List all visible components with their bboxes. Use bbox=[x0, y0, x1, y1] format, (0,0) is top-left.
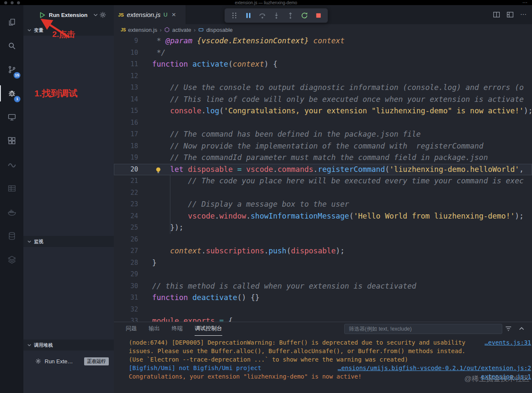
callstack-pane: Run Exte… 正在运行 bbox=[23, 351, 114, 393]
line-number: 30 bbox=[114, 281, 152, 292]
code-line-30[interactable]: 30// this method is called when your ext… bbox=[114, 281, 532, 292]
callstack-section-header[interactable]: 调用堆栈 bbox=[23, 340, 114, 351]
line-content: // The commandId parameter must match th… bbox=[152, 152, 532, 164]
console-text: issues. Please use the Buffer.alloc(), B… bbox=[129, 347, 531, 355]
tab-bar: JS extension.js U × ⋯ bbox=[114, 5, 532, 24]
pause-icon[interactable] bbox=[243, 10, 254, 21]
activity-item-layers[interactable] bbox=[0, 248, 23, 272]
layout-icon[interactable] bbox=[507, 11, 514, 18]
line-content: function deactivate() {} bbox=[152, 292, 532, 304]
session-label: Run Exte… bbox=[45, 358, 73, 365]
line-number: 22 bbox=[114, 187, 152, 199]
lightbulb-icon[interactable] bbox=[155, 166, 162, 173]
line-number: 13 bbox=[114, 82, 152, 94]
window-more-icon[interactable]: ⋯ bbox=[522, 0, 528, 5]
callstack-session-row[interactable]: Run Exte… 正在运行 bbox=[23, 356, 114, 367]
debug-config-dropdown-icon[interactable] bbox=[93, 12, 99, 18]
code-line-20[interactable]: 20 let disposable = vscode.commands.regi… bbox=[114, 164, 532, 176]
code-line-12[interactable]: 12 bbox=[114, 70, 532, 82]
panel-tab-调试控制台[interactable]: 调试控制台 bbox=[195, 322, 222, 336]
line-number: 9 bbox=[114, 35, 152, 47]
line-number: 12 bbox=[114, 70, 152, 82]
activity-item-database[interactable] bbox=[0, 224, 23, 248]
activity-item-extensions[interactable] bbox=[0, 129, 23, 153]
code-line-10[interactable]: 10 */ bbox=[114, 47, 532, 59]
chevron-down-icon bbox=[27, 28, 32, 33]
code-line-26[interactable]: 26 bbox=[114, 234, 532, 246]
close-tab-icon[interactable]: × bbox=[172, 11, 176, 18]
line-content bbox=[152, 187, 532, 199]
breadcrumb-item-activate[interactable]: activate bbox=[164, 27, 191, 33]
debug-settings-gear-icon[interactable] bbox=[99, 11, 106, 18]
code-line-17[interactable]: 17 // The command has been defined in th… bbox=[114, 129, 532, 140]
code-line-9[interactable]: 9 * @param {vscode.ExtensionContext} con… bbox=[114, 35, 532, 47]
activity-item-run-and-debug[interactable]: 1 bbox=[0, 81, 23, 105]
split-editor-icon[interactable] bbox=[493, 11, 500, 18]
code-line-25[interactable]: 25 }); bbox=[114, 222, 532, 234]
line-content: } bbox=[152, 257, 532, 269]
annotation-step1: 1.找到调试 bbox=[34, 87, 78, 99]
line-content: module.exports = { bbox=[152, 315, 532, 322]
code-line-15[interactable]: 15 console.log('Congratulations, your ex… bbox=[114, 105, 532, 117]
line-number: 24 bbox=[114, 211, 152, 222]
code-line-31[interactable]: 31function deactivate() {} bbox=[114, 292, 532, 304]
line-number: 26 bbox=[114, 234, 152, 246]
activity-item-explorer[interactable] bbox=[0, 10, 23, 34]
code-editor[interactable]: 9 * @param {vscode.ExtensionContext} con… bbox=[114, 35, 532, 322]
step-out-icon[interactable] bbox=[285, 10, 296, 21]
step-into-icon[interactable] bbox=[271, 10, 282, 21]
code-line-11[interactable]: 11function activate(context) { bbox=[114, 59, 532, 70]
panel-tab-输出[interactable]: 输出 bbox=[149, 322, 160, 336]
restart-icon[interactable] bbox=[299, 10, 310, 21]
maximize-panel-icon[interactable] bbox=[518, 325, 525, 332]
watch-section-header[interactable]: 监视 bbox=[23, 236, 114, 247]
breadcrumb-item-disposable[interactable]: disposable bbox=[198, 27, 232, 33]
vscode-window: extension.js — liuzhenxing-demo ⋯ 151 Ru… bbox=[0, 0, 532, 393]
activity-item-extension-table[interactable] bbox=[0, 177, 23, 200]
console-filter-input[interactable] bbox=[348, 326, 498, 332]
code-line-32[interactable]: 32 bbox=[114, 304, 532, 316]
activity-item-docker[interactable] bbox=[0, 200, 23, 224]
code-line-29[interactable]: 29 bbox=[114, 269, 532, 281]
line-number: 10 bbox=[114, 47, 152, 59]
activity-item-extension-wave[interactable] bbox=[0, 153, 23, 177]
stop-icon[interactable] bbox=[313, 10, 324, 21]
panel-tab-问题[interactable]: 问题 bbox=[126, 322, 137, 336]
code-line-14[interactable]: 14 // This line of code will only be exe… bbox=[114, 94, 532, 106]
code-line-16[interactable]: 16 bbox=[114, 117, 532, 129]
code-line-23[interactable]: 23 // Display a message box to the user bbox=[114, 199, 532, 211]
console-filter-box[interactable] bbox=[344, 324, 502, 334]
code-line-28[interactable]: 28} bbox=[114, 257, 532, 269]
debug-config-label: Run Extension bbox=[49, 12, 88, 18]
line-content bbox=[152, 70, 532, 82]
start-debugging-button[interactable] bbox=[39, 11, 46, 19]
line-number: 16 bbox=[114, 117, 152, 129]
line-content: console.log('Congratulations, your exten… bbox=[152, 105, 532, 117]
line-number: 33 bbox=[114, 315, 152, 322]
panel-tab-bar: 问题输出终端调试控制台 bbox=[114, 322, 532, 336]
code-line-33[interactable]: 33module.exports = { bbox=[114, 315, 532, 322]
breadcrumb-item-extension.js[interactable]: JSextension.js bbox=[121, 27, 157, 33]
line-number: 18 bbox=[114, 140, 152, 152]
tab-label: extension.js bbox=[127, 11, 160, 18]
code-line-13[interactable]: 13 // Use the console to output diagnost… bbox=[114, 82, 532, 94]
editor-group: JS extension.js U × ⋯ JSextension.js›act bbox=[114, 5, 532, 393]
more-actions-icon[interactable]: ⋯ bbox=[520, 11, 527, 18]
console-source-link[interactable]: …ensions/umijs.bigfish-vscode-0.2.1/out/… bbox=[338, 364, 531, 372]
code-line-27[interactable]: 27 context.subscriptions.push(disposable… bbox=[114, 245, 532, 257]
drag-handle-icon[interactable] bbox=[229, 10, 240, 21]
code-line-21[interactable]: 21 // The code you place here will be ex… bbox=[114, 175, 532, 187]
code-line-24[interactable]: 24 vscode.window.showInformationMessage(… bbox=[114, 211, 532, 222]
step-over-icon[interactable] bbox=[257, 10, 268, 21]
console-line: (node:6744) [DEP0005] DeprecationWarning… bbox=[129, 338, 531, 347]
code-line-19[interactable]: 19 // The commandId parameter must match… bbox=[114, 152, 532, 164]
tab-extension-js[interactable]: JS extension.js U × bbox=[114, 5, 186, 24]
filter-icon[interactable] bbox=[505, 325, 512, 332]
code-line-18[interactable]: 18 // Now provide the implementation of … bbox=[114, 140, 532, 152]
activity-item-source-control[interactable]: 15 bbox=[0, 58, 23, 81]
panel-tab-终端[interactable]: 终端 bbox=[172, 322, 183, 336]
activity-item-remote-explorer[interactable] bbox=[0, 105, 23, 129]
code-line-22[interactable]: 22 bbox=[114, 187, 532, 199]
activity-item-search[interactable] bbox=[0, 34, 23, 58]
console-source-link[interactable]: …events.js:31 bbox=[484, 338, 531, 347]
